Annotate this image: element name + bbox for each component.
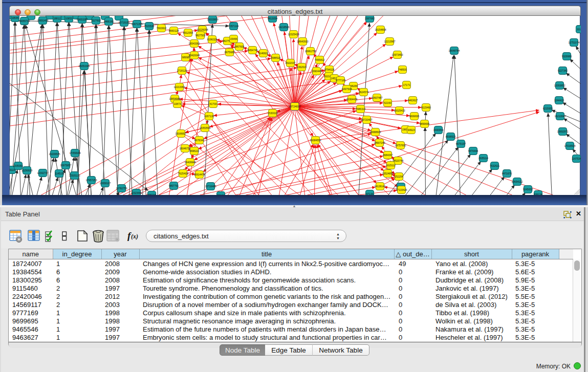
svg-text:17016504: 17016504 (564, 144, 575, 147)
svg-text:10653287: 10653287 (76, 18, 88, 21)
svg-text:7357224: 7357224 (229, 25, 239, 28)
svg-text:1640954: 1640954 (433, 128, 444, 132)
svg-text:15716485: 15716485 (205, 185, 216, 188)
svg-text:10654112: 10654112 (512, 180, 523, 183)
svg-text:1615112: 1615112 (386, 164, 396, 167)
svg-text:11128: 11128 (577, 28, 581, 31)
svg-text:9329966: 9329966 (562, 55, 572, 58)
svg-text:17133426: 17133426 (396, 188, 407, 191)
svg-text:1335061: 1335061 (13, 164, 24, 167)
svg-text:17957253: 17957253 (85, 179, 97, 182)
svg-text:17171: 17171 (403, 83, 410, 86)
svg-text:8660124: 8660124 (169, 29, 179, 32)
svg-text:16409948: 16409948 (184, 161, 195, 164)
svg-text:7663822: 7663822 (157, 27, 167, 30)
svg-text:8675685: 8675685 (225, 51, 235, 54)
svg-text:9794028: 9794028 (324, 68, 335, 71)
svg-text:16210643: 16210643 (554, 115, 565, 118)
svg-text:10671355: 10671355 (131, 23, 142, 26)
svg-text:8678342: 8678342 (194, 139, 205, 142)
svg-text:13226058: 13226058 (197, 28, 208, 31)
svg-text:9699695: 9699695 (409, 115, 420, 118)
svg-text:1588520: 1588520 (271, 56, 281, 59)
svg-text:11751074: 11751074 (569, 41, 580, 44)
svg-text:16782759: 16782759 (116, 187, 127, 190)
svg-text:26053346: 26053346 (78, 64, 90, 68)
svg-text:23420046: 23420046 (188, 54, 200, 57)
svg-text:13524851: 13524851 (382, 172, 393, 175)
svg-text:2718126: 2718126 (177, 69, 187, 72)
svg-text:6497508: 6497508 (342, 87, 352, 91)
svg-text:9146821: 9146821 (258, 52, 269, 55)
svg-text:748500: 748500 (398, 68, 407, 71)
svg-text:62160: 62160 (384, 101, 391, 104)
svg-text:16543362: 16543362 (188, 42, 200, 45)
svg-text:18812: 18812 (54, 17, 61, 20)
svg-text:8813054: 8813054 (268, 17, 278, 20)
svg-text:2087682: 2087682 (365, 17, 375, 20)
svg-text:10873: 10873 (174, 102, 181, 105)
svg-text:41700: 41700 (210, 102, 217, 105)
svg-text:19218506: 19218506 (278, 26, 289, 29)
svg-text:1362615: 1362615 (297, 65, 307, 69)
svg-text:10719155: 10719155 (118, 21, 129, 24)
svg-text:252254: 252254 (395, 175, 403, 178)
svg-text:16961758: 16961758 (304, 50, 316, 53)
svg-text:30975857: 30975857 (60, 164, 71, 167)
svg-text:94923: 94923 (408, 128, 415, 132)
svg-text:8912954: 8912954 (183, 31, 193, 34)
svg-text:16648784: 16648784 (448, 49, 460, 52)
svg-text:7515536: 7515536 (144, 25, 155, 28)
svg-text:19654945: 19654945 (169, 97, 180, 100)
svg-text:8454749: 8454749 (248, 49, 258, 52)
svg-text:18907249: 18907249 (374, 141, 385, 144)
svg-text:16033809: 16033809 (207, 18, 218, 21)
svg-text:9827503: 9827503 (195, 34, 206, 37)
svg-text:2867608: 2867608 (234, 45, 245, 48)
svg-text:10973493: 10973493 (391, 53, 403, 56)
svg-text:11156829: 11156829 (21, 169, 33, 172)
svg-text:3698222: 3698222 (189, 149, 200, 152)
svg-text:19545: 19545 (12, 16, 19, 19)
svg-text:9245652: 9245652 (523, 188, 533, 191)
svg-text:9899695: 9899695 (420, 122, 430, 125)
svg-text:12213363: 12213363 (173, 85, 185, 89)
svg-text:7986322: 7986322 (356, 107, 366, 111)
svg-text:8938923: 8938923 (446, 135, 456, 138)
svg-text:10853: 10853 (66, 17, 73, 20)
svg-text:3684067: 3684067 (383, 154, 393, 157)
svg-text:8471676: 8471676 (502, 172, 512, 175)
svg-text:7625402: 7625402 (178, 172, 188, 175)
svg-text:8322037: 8322037 (286, 61, 296, 64)
svg-text:9777169: 9777169 (336, 79, 346, 82)
svg-text:18724007: 18724007 (289, 105, 301, 108)
svg-text:10958107: 10958107 (99, 182, 111, 185)
svg-text:12213967: 12213967 (384, 40, 395, 43)
svg-text:1167534: 1167534 (572, 157, 581, 160)
svg-text:12323446: 12323446 (130, 191, 142, 194)
svg-text:9857791: 9857791 (169, 184, 179, 187)
svg-text:10688609: 10688609 (369, 130, 381, 134)
svg-text:114519: 114519 (55, 172, 63, 175)
svg-text:20691406: 20691406 (37, 19, 48, 22)
svg-text:20206535: 20206535 (49, 152, 60, 156)
svg-text:12325419: 12325419 (288, 33, 299, 36)
svg-text:17359934: 17359934 (69, 151, 80, 155)
svg-text:19166827: 19166827 (175, 132, 186, 135)
svg-text:9463627: 9463627 (408, 99, 418, 102)
svg-text:15466: 15466 (230, 37, 237, 40)
svg-text:9474444: 9474444 (468, 149, 478, 152)
svg-text:3267130: 3267130 (204, 115, 214, 118)
svg-text:2935114: 2935114 (478, 157, 488, 160)
svg-text:19384554: 19384554 (310, 139, 321, 142)
svg-text:15692971: 15692971 (557, 130, 568, 133)
svg-text:18640910: 18640910 (297, 40, 308, 43)
svg-text:6466160: 6466160 (104, 20, 114, 23)
svg-text:14055713: 14055713 (18, 19, 30, 23)
svg-text:10025433: 10025433 (394, 109, 405, 112)
svg-text:20364436: 20364436 (346, 98, 357, 101)
svg-text:1990445: 1990445 (312, 70, 322, 73)
svg-text:8215955: 8215955 (543, 107, 553, 110)
svg-text:9227342: 9227342 (558, 69, 568, 72)
svg-text:10607487: 10607487 (371, 96, 382, 99)
